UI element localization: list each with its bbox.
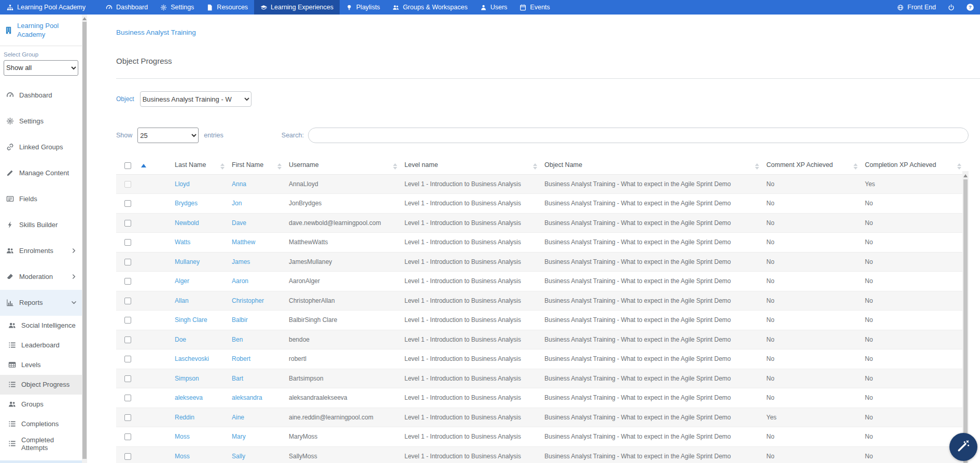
first-name-link[interactable]: Matthew	[232, 238, 255, 246]
first-name-link[interactable]: Bart	[232, 375, 243, 382]
last-name-link[interactable]: Mullaney	[175, 258, 200, 265]
sidebar-item-reports[interactable]: Reports	[0, 290, 82, 316]
nav-item-settings[interactable]: Settings	[154, 0, 200, 15]
first-name-link[interactable]: Dave	[232, 219, 246, 227]
sidebar-item-enrolments[interactable]: Enrolments	[0, 238, 82, 264]
sidebar-item-social-intelligence[interactable]: Social Intelligence	[0, 316, 82, 335]
breadcrumb[interactable]: Business Analyst Training	[116, 29, 196, 36]
navbar-brand[interactable]: Learning Pool Academy	[0, 0, 92, 15]
nav-item-events[interactable]: Events	[513, 0, 556, 15]
first-name-link[interactable]: Christopher	[232, 297, 264, 304]
first-name-link[interactable]: Ben	[232, 336, 243, 343]
column-header-level-name[interactable]: Level name	[404, 157, 544, 174]
sidebar-scrollbar[interactable]	[82, 15, 87, 463]
front-end-link[interactable]: Front End	[891, 0, 942, 15]
nav-item-dashboard[interactable]: Dashboard	[100, 0, 154, 15]
select-all-checkbox[interactable]	[124, 162, 131, 169]
last-name-link[interactable]: Moss	[175, 433, 190, 440]
first-name-link[interactable]: Mary	[232, 433, 246, 440]
first-name-link[interactable]: Anna	[232, 180, 246, 188]
row-checkbox[interactable]	[124, 414, 131, 421]
row-checkbox-cell	[116, 174, 141, 194]
object-select[interactable]: Business Analyst Training - W	[140, 91, 251, 107]
row-checkbox[interactable]	[124, 395, 131, 401]
sidebar-item-skills-builder[interactable]: Skills Builder	[0, 212, 82, 238]
row-checkbox[interactable]	[124, 317, 131, 324]
page-length-select[interactable]: 25	[137, 128, 199, 143]
last-name-link[interactable]: alekseeva	[175, 394, 203, 401]
sidebar-brand[interactable]: Learning Pool Academy	[0, 15, 82, 46]
last-name-link[interactable]: Allan	[175, 297, 189, 304]
nav-item-learning-experiences[interactable]: Learning Experiences	[254, 0, 340, 15]
sidebar-scrollbar-thumb[interactable]	[82, 22, 87, 459]
users-icon	[393, 4, 399, 11]
sidebar-item-levels[interactable]: Levels	[0, 355, 82, 375]
scroll-up-arrow-icon[interactable]	[82, 17, 87, 20]
nav-item-playlists[interactable]: Playlists	[340, 0, 386, 15]
sidebar-item-leaderboard[interactable]: Leaderboard	[0, 335, 82, 355]
first-name-link[interactable]: James	[232, 258, 250, 265]
sidebar-item-linked-groups[interactable]: Linked Groups	[0, 134, 82, 160]
scroll-up-arrow-icon[interactable]	[963, 174, 968, 177]
row-checkbox[interactable]	[124, 298, 131, 304]
row-checkbox[interactable]	[124, 200, 131, 207]
nav-item-users[interactable]: Users	[474, 0, 514, 15]
nav-item-groups-workspaces[interactable]: Groups & Workspaces	[386, 0, 474, 15]
column-header-last-name[interactable]: Last Name	[175, 157, 232, 174]
first-name-link[interactable]: Robert	[232, 355, 250, 362]
help-button[interactable]: ?	[960, 0, 980, 15]
column-header-username[interactable]: Username	[289, 157, 404, 174]
first-name-link[interactable]: Balbir	[232, 316, 248, 324]
sidebar-item-moderation[interactable]: Moderation	[0, 264, 82, 290]
group-select[interactable]: Show all	[4, 60, 78, 76]
row-checkbox[interactable]	[124, 453, 131, 460]
sidebar-item-settings[interactable]: Settings	[0, 108, 82, 134]
table-scrollbar-thumb[interactable]	[963, 179, 968, 463]
last-name-link[interactable]: Laschevoski	[175, 355, 209, 362]
row-checkbox[interactable]	[124, 433, 131, 440]
sidebar-item-fields[interactable]: Fields	[0, 186, 82, 212]
sidebar-item-completed-attempts[interactable]: Completed Attempts	[0, 434, 82, 454]
row-checkbox[interactable]	[124, 181, 131, 188]
row-checkbox[interactable]	[124, 259, 131, 265]
last-name-link[interactable]: Simpson	[175, 375, 199, 382]
last-name-link[interactable]: Moss	[175, 453, 190, 460]
first-name-link[interactable]: Sally	[232, 453, 245, 460]
row-checkbox[interactable]	[124, 278, 131, 285]
row-checkbox[interactable]	[124, 375, 131, 382]
column-header-comment-xp-achieved[interactable]: Comment XP Achieved	[766, 157, 865, 174]
sidebar-item-object-progress[interactable]: Object Progress	[0, 375, 82, 395]
last-name-link[interactable]: Brydges	[175, 200, 198, 207]
question-circle-icon: ?	[966, 3, 974, 11]
magic-wand-fab[interactable]	[949, 433, 977, 461]
last-name-link[interactable]: Lloyd	[175, 180, 190, 188]
row-checkbox[interactable]	[124, 220, 131, 227]
last-name-link[interactable]: Watts	[175, 238, 190, 246]
first-name-link[interactable]: aleksandra	[232, 394, 262, 401]
table-scrollbar[interactable]	[962, 171, 969, 463]
object-name-cell: Business Analyst Training - What to expe…	[544, 291, 766, 311]
last-name-link[interactable]: Doe	[175, 336, 186, 343]
sidebar-item-dashboard[interactable]: Dashboard	[0, 82, 82, 108]
first-name-link[interactable]: Aine	[232, 414, 244, 421]
row-checkbox[interactable]	[124, 356, 131, 362]
first-name-link[interactable]: Jon	[232, 200, 242, 207]
sidebar-item-completions[interactable]: Completions	[0, 414, 82, 434]
sidebar-item-groups[interactable]: Groups	[0, 395, 82, 414]
sort-indicator-column[interactable]	[141, 157, 175, 174]
sidebar-item-manage-content[interactable]: Manage Content	[0, 160, 82, 186]
row-checkbox-cell	[116, 233, 141, 252]
row-checkbox[interactable]	[124, 239, 131, 246]
last-name-link[interactable]: Alger	[175, 277, 189, 285]
first-name-link[interactable]: Aaron	[232, 277, 248, 285]
column-header-object-name[interactable]: Object Name	[544, 157, 766, 174]
column-header-completion-xp-achieved[interactable]: Completion XP Achieved	[865, 157, 969, 174]
search-input[interactable]	[308, 128, 969, 143]
logout-power-button[interactable]	[942, 0, 960, 15]
last-name-link[interactable]: Singh Clare	[175, 316, 207, 324]
row-checkbox[interactable]	[124, 336, 131, 343]
nav-item-resources[interactable]: Resources	[200, 0, 254, 15]
last-name-link[interactable]: Newbold	[175, 219, 199, 227]
last-name-link[interactable]: Reddin	[175, 414, 194, 421]
column-header-first-name[interactable]: First Name	[232, 157, 289, 174]
